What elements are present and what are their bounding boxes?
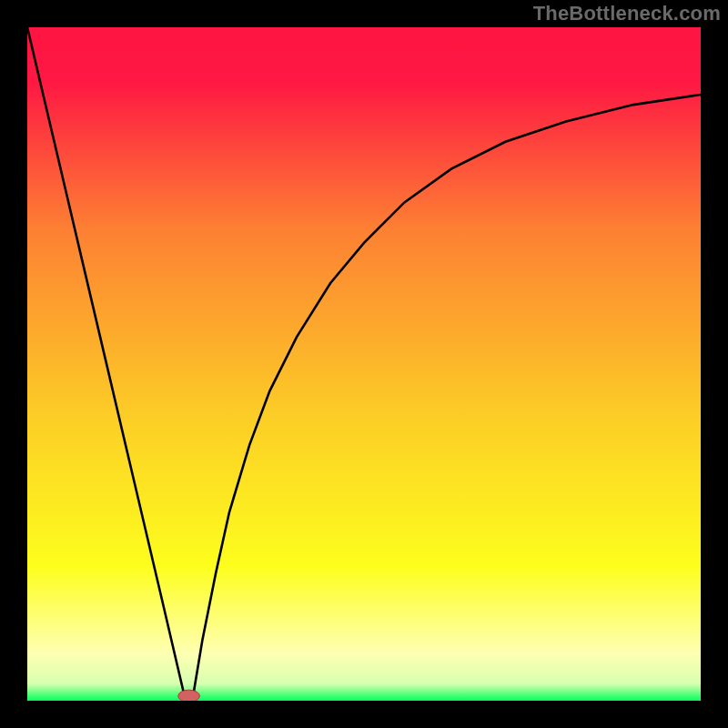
- chart-svg: [27, 27, 701, 701]
- gradient-background: [27, 27, 701, 701]
- minimum-marker: [178, 690, 200, 701]
- plot-area: [27, 27, 701, 701]
- chart-frame: TheBottleneck.com: [0, 0, 728, 728]
- watermark-text: TheBottleneck.com: [533, 2, 721, 25]
